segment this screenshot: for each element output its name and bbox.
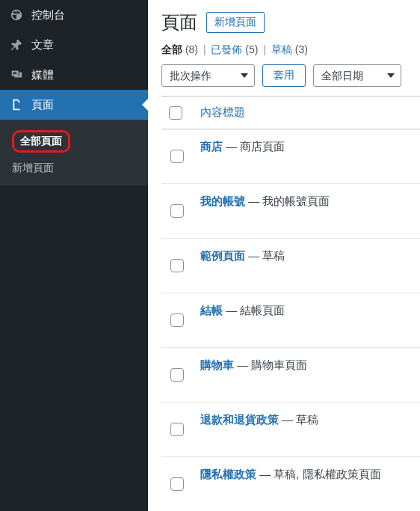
sidebar-item-label: 文章 bbox=[31, 38, 54, 52]
row-suffix: — 結帳頁面 bbox=[223, 304, 285, 316]
admin-sidebar: 控制台 文章 媒體 頁面 全部頁面 bbox=[0, 0, 148, 511]
bulk-action-select[interactable]: 批次操作 bbox=[161, 64, 255, 87]
table-row: 購物車 — 購物車頁面 bbox=[161, 348, 420, 403]
row-checkbox-cell bbox=[161, 129, 193, 184]
table-body: 商店 — 商店頁面我的帳號 — 我的帳號頁面範例頁面 — 草稿結帳 — 結帳頁面… bbox=[161, 129, 420, 512]
row-title-link[interactable]: 購物車 bbox=[200, 358, 234, 371]
row-title-link[interactable]: 商店 bbox=[200, 140, 223, 153]
filter-draft[interactable]: 草稿 bbox=[271, 43, 292, 55]
row-title-cell: 隱私權政策 — 草稿, 隱私權政策頁面 bbox=[193, 457, 420, 512]
apply-button[interactable]: 套用 bbox=[262, 64, 306, 87]
main-content: 頁面 新增頁面 全部 (8) | 已發佈 (5) | 草稿 (3) 批次操作 套… bbox=[148, 0, 420, 511]
row-suffix: — 草稿 bbox=[279, 413, 318, 426]
sidebar-submenu: 全部頁面 新增頁面 bbox=[0, 120, 148, 186]
submenu-item-label: 全部頁面 bbox=[20, 135, 62, 147]
row-checkbox-cell bbox=[161, 403, 193, 457]
row-title-cell: 範例頁面 — 草稿 bbox=[193, 239, 420, 293]
table-row: 結帳 — 結帳頁面 bbox=[161, 293, 420, 348]
media-icon bbox=[9, 67, 24, 82]
sidebar-item-posts[interactable]: 文章 bbox=[0, 30, 148, 60]
row-title-cell: 退款和退貨政策 — 草稿 bbox=[193, 403, 420, 457]
separator: | bbox=[261, 43, 268, 55]
sidebar-item-pages[interactable]: 頁面 bbox=[0, 90, 148, 120]
row-title-cell: 結帳 — 結帳頁面 bbox=[193, 293, 420, 348]
date-select-wrap: 全部日期 bbox=[313, 64, 401, 87]
row-title-link[interactable]: 範例頁面 bbox=[200, 249, 245, 262]
pages-table: 內容標題 商店 — 商店頁面我的帳號 — 我的帳號頁面範例頁面 — 草稿結帳 —… bbox=[161, 96, 420, 511]
row-title-link[interactable]: 結帳 bbox=[200, 304, 223, 316]
row-checkbox[interactable] bbox=[170, 204, 184, 218]
sidebar-item-label: 媒體 bbox=[31, 68, 54, 82]
filter-published[interactable]: 已發佈 bbox=[211, 43, 242, 55]
filter-draft-count: (3) bbox=[295, 43, 308, 55]
highlight-ring: 全部頁面 bbox=[12, 130, 70, 153]
row-suffix: — 購物車頁面 bbox=[234, 358, 307, 371]
sidebar-item-label: 頁面 bbox=[31, 98, 54, 112]
table-row: 商店 — 商店頁面 bbox=[161, 129, 420, 184]
row-checkbox[interactable] bbox=[170, 477, 184, 491]
row-checkbox[interactable] bbox=[170, 150, 184, 163]
pin-icon bbox=[9, 37, 24, 52]
row-suffix: — 商店頁面 bbox=[223, 140, 285, 153]
row-suffix: — 草稿 bbox=[245, 249, 285, 262]
title-header-label: 內容標題 bbox=[200, 105, 245, 118]
row-suffix: — 草稿, 隱私權政策頁面 bbox=[256, 468, 381, 480]
select-all-header bbox=[161, 97, 193, 129]
page-header: 頁面 新增頁面 bbox=[161, 10, 420, 34]
tablenav-top: 批次操作 套用 全部日期 bbox=[161, 64, 420, 87]
filter-all[interactable]: 全部 bbox=[161, 43, 182, 55]
row-title-cell: 我的帳號 — 我的帳號頁面 bbox=[193, 184, 420, 239]
sidebar-item-media[interactable]: 媒體 bbox=[0, 60, 148, 90]
row-title-link[interactable]: 我的帳號 bbox=[200, 195, 245, 207]
status-filters: 全部 (8) | 已發佈 (5) | 草稿 (3) bbox=[161, 43, 420, 57]
row-checkbox[interactable] bbox=[170, 259, 184, 272]
submenu-item-add-page[interactable]: 新增頁面 bbox=[0, 157, 148, 180]
filter-published-count: (5) bbox=[245, 43, 258, 55]
row-title-link[interactable]: 隱私權政策 bbox=[200, 468, 256, 480]
submenu-item-label: 新增頁面 bbox=[12, 162, 54, 174]
page-title: 頁面 bbox=[161, 10, 197, 34]
row-checkbox-cell bbox=[161, 293, 193, 348]
select-all-checkbox[interactable] bbox=[169, 106, 182, 120]
row-checkbox-cell bbox=[161, 457, 193, 512]
bulk-select-wrap: 批次操作 bbox=[161, 64, 255, 87]
row-checkbox-cell bbox=[161, 184, 193, 239]
add-new-button[interactable]: 新增頁面 bbox=[206, 12, 265, 33]
row-checkbox[interactable] bbox=[170, 423, 184, 436]
date-filter-select[interactable]: 全部日期 bbox=[313, 64, 401, 87]
submenu-item-all-pages[interactable]: 全部頁面 bbox=[0, 126, 148, 157]
sidebar-item-label: 控制台 bbox=[31, 8, 65, 22]
row-title-cell: 商店 — 商店頁面 bbox=[193, 129, 420, 184]
table-row: 隱私權政策 — 草稿, 隱私權政策頁面 bbox=[161, 457, 420, 512]
dashboard-icon bbox=[9, 7, 24, 22]
separator: | bbox=[201, 43, 209, 55]
sidebar-item-dashboard[interactable]: 控制台 bbox=[0, 0, 148, 30]
row-checkbox-cell bbox=[161, 348, 193, 403]
table-row: 我的帳號 — 我的帳號頁面 bbox=[161, 184, 420, 239]
filter-all-count: (8) bbox=[185, 43, 198, 55]
row-checkbox-cell bbox=[161, 239, 193, 293]
page-icon bbox=[9, 97, 24, 112]
table-row: 退款和退貨政策 — 草稿 bbox=[161, 403, 420, 457]
row-checkbox[interactable] bbox=[170, 368, 184, 382]
title-header[interactable]: 內容標題 bbox=[193, 97, 420, 129]
row-title-cell: 購物車 — 購物車頁面 bbox=[193, 348, 420, 403]
row-title-link[interactable]: 退款和退貨政策 bbox=[200, 413, 279, 426]
table-row: 範例頁面 — 草稿 bbox=[161, 239, 420, 293]
row-suffix: — 我的帳號頁面 bbox=[245, 195, 330, 207]
row-checkbox[interactable] bbox=[170, 313, 184, 327]
